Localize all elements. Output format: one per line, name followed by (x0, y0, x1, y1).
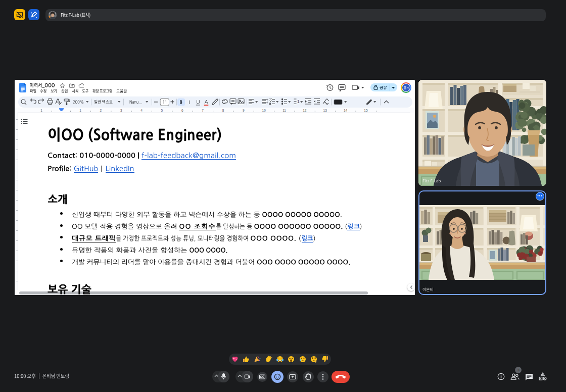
svg-text:8: 8 (222, 109, 224, 112)
svg-text:10: 10 (262, 109, 266, 112)
svg-text:3: 3 (120, 109, 122, 112)
svg-text:1: 1 (40, 109, 42, 112)
svg-text:15: 15 (364, 109, 368, 112)
svg-text:4: 4 (140, 109, 143, 112)
svg-text:11: 11 (282, 109, 286, 112)
svg-text:12: 12 (303, 109, 307, 112)
svg-text:9: 9 (243, 109, 245, 112)
svg-text:14: 14 (344, 109, 348, 112)
svg-text:1: 1 (297, 99, 300, 104)
svg-text:7: 7 (202, 109, 204, 112)
svg-text:13: 13 (323, 109, 327, 112)
svg-text:1: 1 (79, 109, 81, 112)
svg-text:5: 5 (161, 109, 163, 112)
svg-text:2: 2 (100, 109, 102, 112)
svg-text:6: 6 (181, 109, 183, 112)
